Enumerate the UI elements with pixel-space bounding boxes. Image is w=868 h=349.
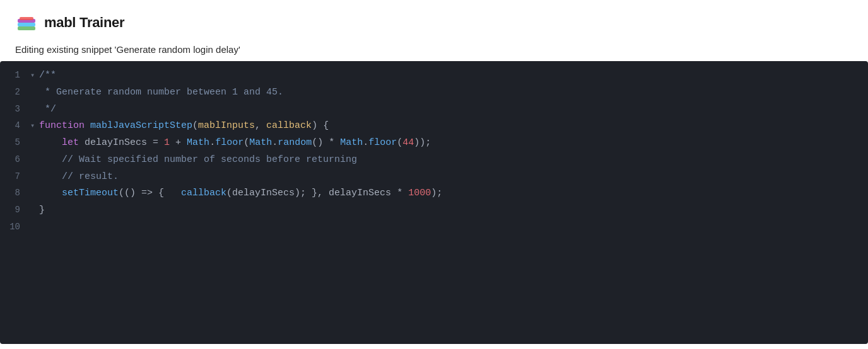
app-logo xyxy=(15,11,38,34)
line-content: let delayInSecs = 1 + Math.floor(Math.ra… xyxy=(39,135,431,151)
code-line: 2 * Generate random number between 1 and… xyxy=(0,84,868,101)
line-arrow: ▾ xyxy=(30,120,39,133)
app-header: mabl Trainer xyxy=(0,0,868,40)
line-number: 1 xyxy=(0,68,30,83)
line-content: } xyxy=(39,203,45,219)
code-line: 1▾/** xyxy=(0,67,868,84)
code-line: 4▾function mablJavaScriptStep(mablInputs… xyxy=(0,118,868,135)
code-line: 9 } xyxy=(0,202,868,219)
line-content: setTimeout(() => { callback(delayInSecs)… xyxy=(39,186,442,202)
line-content: * Generate random number between 1 and 4… xyxy=(39,85,283,101)
app-title: mabl Trainer xyxy=(44,14,124,31)
code-line: 7 // result. xyxy=(0,169,868,186)
line-number: 4 xyxy=(0,118,30,133)
line-content: function mablJavaScriptStep(mablInputs, … xyxy=(39,118,329,134)
code-line: 3 */ xyxy=(0,101,868,118)
svg-rect-0 xyxy=(18,23,35,26)
line-content: /** xyxy=(39,68,56,84)
line-arrow: ▾ xyxy=(30,70,39,83)
code-line: 5 let delayInSecs = 1 + Math.floor(Math.… xyxy=(0,135,868,152)
svg-rect-2 xyxy=(18,26,35,30)
line-number: 9 xyxy=(0,203,30,217)
line-number: 5 xyxy=(0,135,30,150)
line-number: 2 xyxy=(0,85,30,100)
line-number: 10 xyxy=(0,220,30,234)
code-line: 10 xyxy=(0,219,868,235)
line-number: 3 xyxy=(0,102,30,117)
code-line: 8 setTimeout(() => { callback(delayInSec… xyxy=(0,185,868,202)
line-number: 6 xyxy=(0,152,30,167)
line-content: */ xyxy=(39,102,56,118)
line-number: 8 xyxy=(0,186,30,200)
code-editor: 1▾/**2 * Generate random number between … xyxy=(0,61,868,344)
line-content: // result. xyxy=(39,169,119,185)
line-content: // Wait specified number of seconds befo… xyxy=(39,152,357,168)
subtitle: Editing existing snippet 'Generate rando… xyxy=(0,40,868,61)
code-line: 6 // Wait specified number of seconds be… xyxy=(0,152,868,169)
line-number: 7 xyxy=(0,169,30,184)
code-lines: 1▾/**2 * Generate random number between … xyxy=(0,61,868,241)
svg-rect-3 xyxy=(20,17,33,20)
